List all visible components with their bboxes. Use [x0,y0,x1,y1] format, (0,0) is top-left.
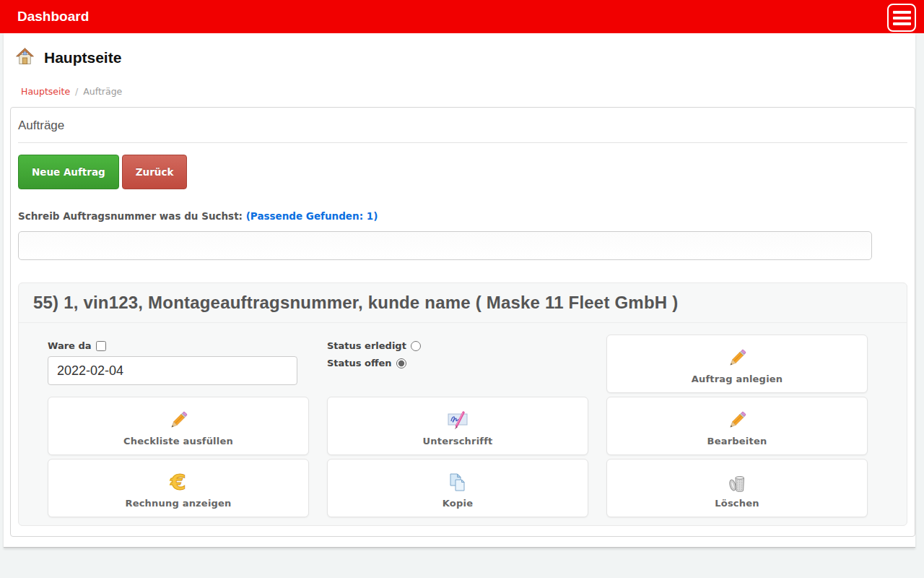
euro-glyph: € [170,470,186,494]
action-unterschrift[interactable]: Unterschrifft [327,397,588,455]
panel-body: Neue Auftrag Zurück Schreib Auftragsnumm… [11,143,915,536]
action-label: Bearbeiten [707,436,767,447]
ware-da-label: Ware da [48,340,91,351]
action-label: Unterschrifft [423,436,493,447]
status-erledigt-radio[interactable] [411,341,421,351]
page-title: Hauptseite [44,49,121,66]
action-label: Löschen [715,498,759,509]
main-content: Hauptseite Hauptseite / Aufträge Aufträg… [4,33,915,548]
pencil-icon [725,344,749,370]
date-input[interactable] [48,356,297,385]
order-record-card: 55) 1, vin123, Montageauftragsnummer, ku… [18,282,907,526]
new-order-button[interactable]: Neue Auftrag [18,155,119,189]
action-checkliste[interactable]: Checkliste ausfüllen [48,397,309,455]
top-navigation-bar: Dashboard [0,0,924,33]
euro-icon: € [167,468,190,494]
action-loeschen[interactable]: Löschen [606,459,868,517]
action-label: Checkliste ausfüllen [123,436,233,447]
order-grid: Ware da Status erledigt Status offen [19,335,907,517]
pencil-icon [167,406,190,432]
ware-da-checkbox[interactable] [96,341,106,351]
action-bearbeiten[interactable]: Bearbeiten [606,397,868,455]
action-label: Kopie [443,498,473,509]
breadcrumb: Hauptseite / Aufträge [4,69,915,107]
back-button[interactable]: Zurück [122,155,188,189]
status-offen-radio[interactable] [396,358,406,368]
matches-count: (Passende Gefunden: 1) [246,210,378,222]
breadcrumb-home-link[interactable]: Hauptseite [21,86,70,97]
toolbar: Neue Auftrag Zurück [18,155,907,189]
action-label: Rechnung anzeigen [125,498,231,509]
search-label-text: Schreib Auftragsnummer was du Suchst: [18,210,243,222]
search-input[interactable] [18,231,872,260]
status-offen-label: Status offen [327,358,392,368]
trash-icon [725,468,749,494]
status-erledigt-label: Status erledigt [327,340,406,351]
breadcrumb-separator: / [73,86,80,97]
panel-title: Aufträge [18,108,907,143]
signature-icon [445,406,470,432]
house-icon [15,46,35,69]
order-heading: 55) 1, vin123, Montageauftragsnummer, ku… [19,283,907,323]
pencil-icon [725,406,749,432]
breadcrumb-current: Aufträge [83,86,122,97]
ware-da-group: Ware da [48,335,309,393]
action-auftrag-anlegen[interactable]: Auftrag anlegien [606,335,868,393]
page-header: Hauptseite [4,45,915,69]
copy-icon [446,468,469,494]
status-group: Status erledigt Status offen [327,335,588,393]
action-label: Auftrag anlegien [692,374,783,384]
search-label: Schreib Auftragsnummer was du Suchst: (P… [18,210,907,222]
action-rechnung[interactable]: € Rechnung anzeigen [48,459,309,517]
app-title: Dashboard [17,9,89,25]
action-kopie[interactable]: Kopie [327,459,588,517]
hamburger-menu-icon[interactable] [887,4,916,32]
auftraege-panel: Aufträge Neue Auftrag Zurück Schreib Auf… [10,107,915,537]
